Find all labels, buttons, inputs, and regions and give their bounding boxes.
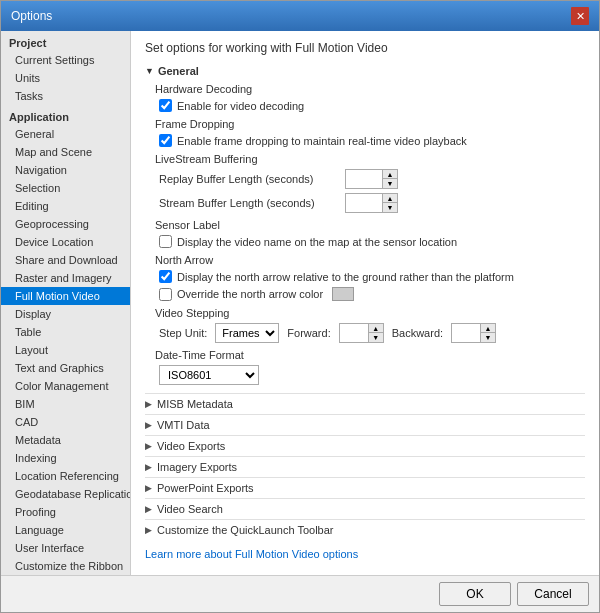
datetime-format-select[interactable]: ISO8601 [159, 365, 259, 385]
content-area: Set options for working with Full Motion… [131, 31, 599, 575]
hardware-decoding-checkbox[interactable] [159, 99, 172, 112]
sidebar-item-device-location[interactable]: Device Location [1, 233, 130, 251]
stream-buffer-down[interactable]: ▼ [383, 203, 397, 212]
north-arrow-text1: Display the north arrow relative to the … [177, 271, 514, 283]
sensor-label-checkbox[interactable] [159, 235, 172, 248]
sidebar-item-cad[interactable]: CAD [1, 413, 130, 431]
stream-buffer-label: Stream Buffer Length (seconds) [159, 197, 339, 209]
expandable-imagery-exports[interactable]: Imagery Exports [145, 456, 585, 477]
main-content: Set options for working with Full Motion… [131, 31, 599, 575]
expandable-label-powerpoint-exports: PowerPoint Exports [157, 482, 254, 494]
sidebar-item-location-referencing[interactable]: Location Referencing [1, 467, 130, 485]
forward-value[interactable]: 1 [340, 324, 368, 342]
forward-spinners: ▲ ▼ [368, 324, 383, 342]
sidebar: ProjectCurrent SettingsUnitsTasksApplica… [1, 31, 131, 575]
sidebar-item-share-download[interactable]: Share and Download [1, 251, 130, 269]
options-dialog: Options ✕ ProjectCurrent SettingsUnitsTa… [0, 0, 600, 613]
north-arrow-checkbox1[interactable] [159, 270, 172, 283]
frame-dropping-row: Enable frame dropping to maintain real-t… [155, 134, 585, 147]
frame-dropping-checkbox[interactable] [159, 134, 172, 147]
sidebar-item-metadata[interactable]: Metadata [1, 431, 130, 449]
title-bar: Options ✕ [1, 1, 599, 31]
replay-buffer-row: Replay Buffer Length (seconds) 90 ▲ ▼ [155, 169, 585, 189]
sidebar-item-bim[interactable]: BIM [1, 395, 130, 413]
sidebar-item-geoprocessing[interactable]: Geoprocessing [1, 215, 130, 233]
sensor-label-text: Display the video name on the map at the… [177, 236, 457, 248]
expandable-label-video-exports: Video Exports [157, 440, 225, 452]
replay-buffer-down[interactable]: ▼ [383, 179, 397, 188]
stream-buffer-spinners: ▲ ▼ [382, 194, 397, 212]
cancel-button[interactable]: Cancel [517, 582, 589, 606]
sidebar-item-customize-ribbon[interactable]: Customize the Ribbon [1, 557, 130, 575]
sensor-label-row: Display the video name on the map at the… [155, 235, 585, 248]
sidebar-item-full-motion-video[interactable]: Full Motion Video [1, 287, 130, 305]
sensor-label-section: Sensor Label [155, 219, 585, 231]
replay-buffer-label: Replay Buffer Length (seconds) [159, 173, 339, 185]
stream-buffer-up[interactable]: ▲ [383, 194, 397, 203]
sidebar-item-current-settings[interactable]: Current Settings [1, 51, 130, 69]
dialog-footer: OK Cancel [1, 575, 599, 612]
forward-up[interactable]: ▲ [369, 324, 383, 333]
north-arrow-text2: Override the north arrow color [177, 288, 323, 300]
sidebar-item-tasks[interactable]: Tasks [1, 87, 130, 105]
stream-buffer-input: 0 ▲ ▼ [345, 193, 398, 213]
datetime-format-section: Date-Time Format [155, 349, 585, 361]
sidebar-item-layout[interactable]: Layout [1, 341, 130, 359]
expandable-label-customize-quicklaunch: Customize the QuickLaunch Toolbar [157, 524, 334, 536]
expandable-misb-metadata[interactable]: MISB Metadata [145, 393, 585, 414]
sidebar-item-general[interactable]: General [1, 125, 130, 143]
dialog-body: ProjectCurrent SettingsUnitsTasksApplica… [1, 31, 599, 575]
forward-down[interactable]: ▼ [369, 333, 383, 342]
backward-down[interactable]: ▼ [481, 333, 495, 342]
expandable-label-imagery-exports: Imagery Exports [157, 461, 237, 473]
expandable-customize-quicklaunch[interactable]: Customize the QuickLaunch Toolbar [145, 519, 585, 540]
replay-buffer-spinners: ▲ ▼ [382, 170, 397, 188]
general-toggle[interactable]: General [145, 65, 199, 77]
sidebar-item-navigation[interactable]: Navigation [1, 161, 130, 179]
backward-input: 1 ▲ ▼ [451, 323, 496, 343]
forward-label: Forward: [287, 327, 330, 339]
expandable-video-exports[interactable]: Video Exports [145, 435, 585, 456]
sidebar-item-proofing[interactable]: Proofing [1, 503, 130, 521]
sidebar-item-indexing[interactable]: Indexing [1, 449, 130, 467]
close-button[interactable]: ✕ [571, 7, 589, 25]
backward-up[interactable]: ▲ [481, 324, 495, 333]
hardware-decoding-row: Enable for video decoding [155, 99, 585, 112]
stream-buffer-value[interactable]: 0 [346, 194, 382, 212]
sidebar-section-application: Application [1, 105, 130, 125]
sidebar-item-units[interactable]: Units [1, 69, 130, 87]
hardware-decoding-text: Enable for video decoding [177, 100, 304, 112]
step-unit-select[interactable]: Frames [215, 323, 279, 343]
replay-buffer-input: 90 ▲ ▼ [345, 169, 398, 189]
color-swatch[interactable] [332, 287, 354, 301]
sidebar-item-raster-imagery[interactable]: Raster and Imagery [1, 269, 130, 287]
datetime-format-row: ISO8601 [155, 365, 585, 385]
sidebar-item-editing[interactable]: Editing [1, 197, 130, 215]
ok-button[interactable]: OK [439, 582, 511, 606]
sidebar-item-table[interactable]: Table [1, 323, 130, 341]
sidebar-item-language[interactable]: Language [1, 521, 130, 539]
replay-buffer-value[interactable]: 90 [346, 170, 382, 188]
step-unit-label: Step Unit: [159, 327, 207, 339]
sidebar-item-text-graphics[interactable]: Text and Graphics [1, 359, 130, 377]
backward-label: Backward: [392, 327, 443, 339]
general-section: General Hardware Decoding Enable for vid… [145, 65, 585, 385]
sidebar-item-geodatabase-replication[interactable]: Geodatabase Replication [1, 485, 130, 503]
sidebar-item-display[interactable]: Display [1, 305, 130, 323]
expandable-video-search[interactable]: Video Search [145, 498, 585, 519]
sidebar-item-selection[interactable]: Selection [1, 179, 130, 197]
expandable-vmti-data[interactable]: VMTI Data [145, 414, 585, 435]
sidebar-section-project: Project [1, 31, 130, 51]
expandable-powerpoint-exports[interactable]: PowerPoint Exports [145, 477, 585, 498]
frame-dropping-text: Enable frame dropping to maintain real-t… [177, 135, 467, 147]
livestream-label: LiveStream Buffering [155, 153, 585, 165]
sidebar-item-user-interface[interactable]: User Interface [1, 539, 130, 557]
general-section-header[interactable]: General [145, 65, 585, 77]
replay-buffer-up[interactable]: ▲ [383, 170, 397, 179]
north-arrow-checkbox2[interactable] [159, 288, 172, 301]
sidebar-item-map-scene[interactable]: Map and Scene [1, 143, 130, 161]
sidebar-item-color-management[interactable]: Color Management [1, 377, 130, 395]
backward-value[interactable]: 1 [452, 324, 480, 342]
learn-more-link[interactable]: Learn more about Full Motion Video optio… [145, 548, 585, 560]
north-arrow-row2: Override the north arrow color [155, 287, 585, 301]
